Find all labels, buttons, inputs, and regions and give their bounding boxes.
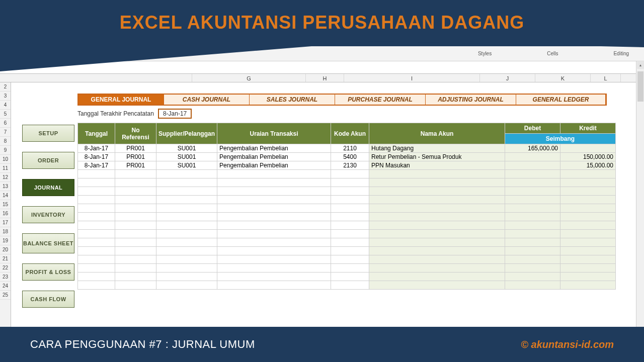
page-title: EXCEL AKUNTANSI PERUSAHAAN DAGANG (0, 0, 644, 45)
excel-window: Styles Cells Editing G H I J K L 2345678… (0, 46, 644, 327)
footer-bar: CARA PENGGUNAAN #7 : JURNAL UMUM © akunt… (0, 327, 644, 362)
ribbon-group-label: Styles (478, 51, 492, 56)
row-header[interactable]: 16 (0, 209, 11, 218)
col-header[interactable]: G (192, 74, 306, 82)
tab-general-ledger[interactable]: GENERAL LEDGER (516, 95, 606, 105)
nav-cash-flow-button[interactable]: CASH FLOW (22, 291, 74, 308)
table-row[interactable] (78, 238, 616, 247)
nav-setup-button[interactable]: SETUP (22, 125, 74, 142)
row-header[interactable]: 4 (0, 101, 11, 110)
table-row[interactable] (78, 170, 616, 178)
table-row[interactable] (78, 178, 616, 187)
row-header[interactable]: 5 (0, 110, 11, 119)
col-header[interactable]: I (344, 74, 480, 82)
journal-tab-strip: GENERAL JOURNALCASH JOURNALSALES JOURNAL… (77, 94, 607, 106)
row-header[interactable]: 14 (0, 191, 11, 200)
column-headers-row[interactable]: G H I J K L (0, 73, 644, 82)
table-row[interactable]: 8-Jan-17PR001SU001Pengembalian Pembelian… (78, 153, 616, 161)
last-date-value[interactable]: 8-Jan-17 (158, 109, 192, 119)
row-header[interactable]: 19 (0, 236, 11, 245)
table-row[interactable]: 8-Jan-17PR001SU001Pengembalian Pembelian… (78, 144, 616, 153)
footer-caption: CARA PENGGUNAAN #7 : JURNAL UMUM (30, 338, 255, 351)
nav-profit-loss-button[interactable]: PROFIT & LOSS (22, 263, 74, 281)
tab-adjusting-journal[interactable]: ADJUSTING JOURNAL (426, 95, 516, 105)
row-header[interactable]: 15 (0, 200, 11, 209)
row-header[interactable]: 3 (0, 92, 11, 101)
nav-journal-button[interactable]: JOURNAL (22, 179, 74, 196)
row-header[interactable]: 13 (0, 182, 11, 191)
row-header[interactable]: 20 (0, 245, 11, 254)
scroll-up-icon[interactable]: ▴ (637, 62, 644, 69)
row-header[interactable]: 12 (0, 173, 11, 182)
col-header[interactable]: H (306, 74, 344, 82)
table-row[interactable] (78, 230, 616, 238)
row-header[interactable]: 11 (0, 164, 11, 173)
row-header[interactable]: 6 (0, 119, 11, 128)
col-header[interactable]: L (591, 74, 621, 82)
row-headers-col[interactable]: 2345678910111213141516171819202122232425 (0, 82, 11, 327)
row-header[interactable]: 21 (0, 254, 11, 263)
row-header[interactable]: 23 (0, 273, 11, 282)
tab-cash-journal[interactable]: CASH JOURNAL (164, 95, 250, 105)
row-header[interactable]: 9 (0, 146, 11, 155)
table-row[interactable] (78, 273, 616, 281)
row-header[interactable]: 8 (0, 137, 11, 146)
ribbon-group-label: Cells (547, 51, 558, 56)
row-header[interactable]: 18 (0, 227, 11, 236)
row-header[interactable]: 24 (0, 282, 11, 291)
nav-order-button[interactable]: ORDER (22, 152, 74, 169)
nav-balance-sheet-button[interactable]: BALANCE SHEET (22, 233, 74, 253)
table-row[interactable] (78, 187, 616, 196)
row-header[interactable]: 17 (0, 218, 11, 227)
nav-inventory-button[interactable]: INVENTORY (22, 206, 74, 223)
ribbon-group-label: Editing (613, 51, 629, 56)
general-journal-table[interactable]: TanggalNo ReferensiSupplier/PelangganUra… (77, 123, 616, 290)
table-row[interactable] (78, 247, 616, 255)
row-header[interactable]: 2 (0, 82, 11, 92)
tab-sales-journal[interactable]: SALES JOURNAL (250, 95, 335, 105)
row-header[interactable]: 22 (0, 263, 11, 273)
worksheet-area[interactable]: SETUPORDERJOURNALINVENTORYBALANCE SHEETP… (11, 82, 644, 327)
table-row[interactable] (78, 255, 616, 264)
table-row[interactable] (78, 213, 616, 221)
footer-credit: © akuntansi-id.com (521, 339, 614, 350)
last-date-label: Tanggal Terakhir Pencatatan (77, 110, 154, 117)
row-header[interactable]: 10 (0, 155, 11, 164)
col-header[interactable]: J (480, 74, 535, 82)
col-header[interactable]: K (535, 74, 591, 82)
tab-purchase-journal[interactable]: PURCHASE JOURNAL (335, 95, 426, 105)
tab-general-journal[interactable]: GENERAL JOURNAL (78, 95, 164, 105)
table-row[interactable] (78, 204, 616, 213)
row-header[interactable]: 7 (0, 128, 11, 137)
table-row[interactable] (78, 264, 616, 273)
table-row[interactable] (78, 196, 616, 204)
row-header[interactable]: 25 (0, 291, 11, 300)
table-row[interactable] (78, 221, 616, 230)
last-record-date-row: Tanggal Terakhir Pencatatan 8-Jan-17 (77, 109, 192, 119)
table-row[interactable]: 8-Jan-17PR001SU001Pengembalian Pembelian… (78, 161, 616, 170)
table-row[interactable] (78, 281, 616, 290)
